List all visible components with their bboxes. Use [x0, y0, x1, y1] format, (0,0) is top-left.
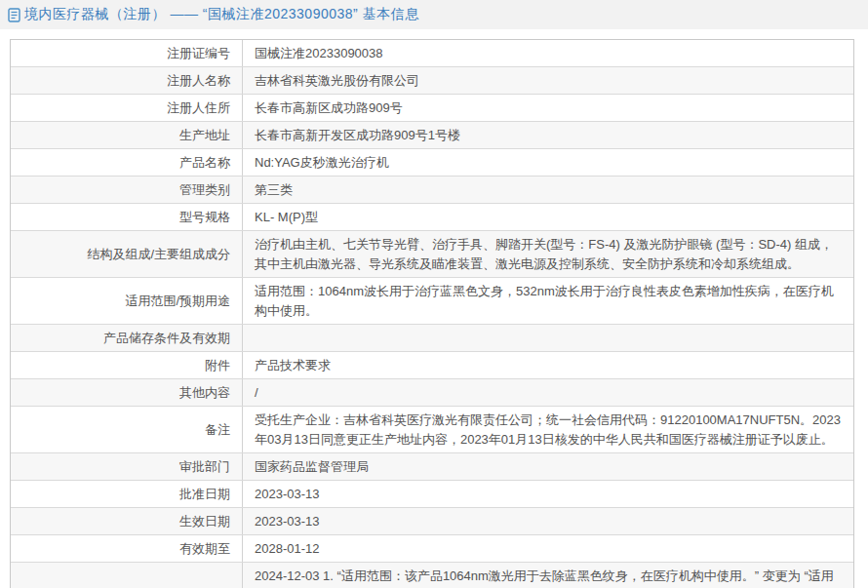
row-label-text: 产品储存条件及有效期 [103, 329, 230, 348]
table-row: 审批部门 国家药品监督管理局 [11, 452, 853, 480]
row-value: 第三类 [243, 176, 853, 203]
page-header: 境内医疗器械（注册） —— “国械注准20233090038” 基本信息 [0, 0, 868, 29]
row-label-text: 注册人住所 [167, 98, 230, 118]
row-label: 生产地址 [11, 122, 243, 148]
row-value-text: 2028-01-12 [255, 539, 320, 559]
row-label-text: 产品名称 [179, 153, 230, 173]
row-label-text: 结构及组成/主要组成成分 [87, 245, 230, 264]
row-label: 结构及组成/主要组成成分 [11, 231, 243, 277]
row-label-text: 管理类别 [179, 180, 230, 200]
row-value-text: / [255, 383, 258, 403]
row-label: 注册人名称 [11, 67, 243, 94]
table-row: 管理类别 第三类 [11, 176, 853, 203]
row-value-text: 国械注准20233090038 [255, 44, 383, 63]
row-label: 备注 [11, 407, 243, 452]
row-label-text: 生效日期 [179, 512, 230, 531]
row-label-text: 附件 [205, 356, 230, 375]
table-row: 注册证编号 国械注准20233090038 [11, 40, 853, 66]
row-value-text: 长春市高新开发区成功路909号1号楼 [255, 126, 460, 145]
registration-info-table: 注册证编号 国械注准20233090038 注册人名称 吉林省科英激光股份有限公… [10, 39, 854, 588]
row-value-text: 2023-03-13 [255, 512, 320, 531]
row-value: 吉林省科英激光股份有限公司 [243, 67, 853, 94]
row-value: 国械注准20233090038 [243, 40, 853, 66]
row-label: 适用范围/预期用途 [11, 278, 243, 324]
row-value-text: 产品技术要求 [255, 356, 331, 375]
table-row: 型号规格 KL- M(P)型 [11, 203, 853, 230]
table-row: 适用范围/预期用途 适用范围：1064nm波长用于治疗蓝黑色文身，532nm波长… [11, 277, 853, 324]
row-value: 2028-01-12 [243, 535, 853, 562]
row-value: 产品技术要求 [243, 352, 853, 378]
row-label: 产品名称 [11, 149, 243, 176]
row-value: 长春市高新开发区成功路909号1号楼 [243, 122, 853, 148]
row-value: KL- M(P)型 [243, 204, 853, 230]
row-value-text: 适用范围：1064nm波长用于治疗蓝黑色文身，532nm波长用于治疗良性表皮色素… [255, 282, 842, 321]
row-value: 治疗机由主机、七关节导光臂、治疗手具、脚踏开关(型号：FS-4) 及激光防护眼镜… [243, 231, 853, 277]
row-label-text: 审批部门 [179, 457, 230, 477]
row-value [243, 325, 853, 351]
row-label: 审批部门 [11, 453, 243, 480]
row-value: 适用范围：1064nm波长用于治疗蓝黑色文身，532nm波长用于治疗良性表皮色素… [243, 278, 853, 324]
row-value: Nd:YAG皮秒激光治疗机 [243, 149, 853, 176]
row-label: 注册人住所 [11, 95, 243, 121]
row-value-text: 治疗机由主机、七关节导光臂、治疗手具、脚踏开关(型号：FS-4) 及激光防护眼镜… [255, 235, 842, 274]
table-row: 产品名称 Nd:YAG皮秒激光治疗机 [11, 148, 853, 176]
row-label-text: 生产地址 [179, 126, 230, 145]
row-label: 有效期至 [11, 535, 243, 562]
table-row: 批准日期 2023-03-13 [11, 480, 853, 507]
row-label-text: 其他内容 [179, 383, 230, 403]
table-row: 注册人住所 长春市高新区成功路909号 [11, 94, 853, 121]
row-label-text: 备注 [205, 420, 230, 440]
row-label-text: 批准日期 [179, 485, 230, 504]
row-label: 其他内容 [11, 379, 243, 406]
row-label-text: 有效期至 [179, 539, 230, 559]
row-value: 长春市高新区成功路909号 [243, 95, 853, 121]
row-value: / [243, 379, 853, 406]
table-row: 附件 产品技术要求 [11, 351, 853, 378]
row-label-text: 型号规格 [179, 208, 230, 227]
row-value: 国家药品监督管理局 [243, 453, 853, 480]
table-row: 其他内容 / [11, 378, 853, 406]
table-row: 生效日期 2023-03-13 [11, 507, 853, 534]
row-value-text: 国家药品监督管理局 [255, 457, 369, 477]
table-row: 有效期至 2028-01-12 [11, 534, 853, 562]
row-label: 管理类别 [11, 176, 243, 203]
row-value: 2024-12-03 1. “适用范围：该产品1064nm激光用于去除蓝黑色纹身… [243, 563, 853, 588]
row-value-text: KL- M(P)型 [255, 208, 318, 227]
row-value-text: Nd:YAG皮秒激光治疗机 [255, 153, 389, 173]
row-label-text: 注册人名称 [167, 71, 230, 91]
row-label: 变更情况 [11, 563, 243, 588]
row-label: 产品储存条件及有效期 [11, 325, 243, 351]
row-label: 生效日期 [11, 508, 243, 534]
row-value-text: 2024-12-03 1. “适用范围：该产品1064nm激光用于去除蓝黑色纹身… [255, 567, 842, 588]
row-value-text: 第三类 [255, 180, 293, 200]
row-label-text: 注册证编号 [167, 44, 230, 63]
row-value: 受托生产企业：吉林省科英医疗激光有限责任公司；统一社会信用代码：91220100… [243, 407, 853, 452]
row-label: 注册证编号 [11, 40, 243, 66]
table-row: 结构及组成/主要组成成分 治疗机由主机、七关节导光臂、治疗手具、脚踏开关(型号：… [11, 230, 853, 277]
row-value-text: 2023-03-13 [255, 485, 320, 504]
row-value: 2023-03-13 [243, 508, 853, 534]
table-row: 生产地址 长春市高新开发区成功路909号1号楼 [11, 121, 853, 148]
table-row: 变更情况 2024-12-03 1. “适用范围：该产品1064nm激光用于去除… [11, 562, 853, 588]
row-label: 批准日期 [11, 481, 243, 507]
page-title: 境内医疗器械（注册） —— “国械注准20233090038” 基本信息 [24, 6, 419, 23]
row-value: 2023-03-13 [243, 481, 853, 507]
table-row: 备注 受托生产企业：吉林省科英医疗激光有限责任公司；统一社会信用代码：91220… [11, 406, 853, 452]
document-icon [8, 8, 20, 22]
row-label-text: 适用范围/预期用途 [125, 292, 230, 311]
table-row: 产品储存条件及有效期 [11, 324, 853, 351]
table-row: 注册人名称 吉林省科英激光股份有限公司 [11, 66, 853, 94]
row-value-text: 长春市高新区成功路909号 [255, 98, 403, 118]
row-label: 型号规格 [11, 204, 243, 230]
row-value-text: 受托生产企业：吉林省科英医疗激光有限责任公司；统一社会信用代码：91220100… [255, 411, 842, 450]
row-value-text: 吉林省科英激光股份有限公司 [255, 71, 419, 91]
row-label: 附件 [11, 352, 243, 378]
